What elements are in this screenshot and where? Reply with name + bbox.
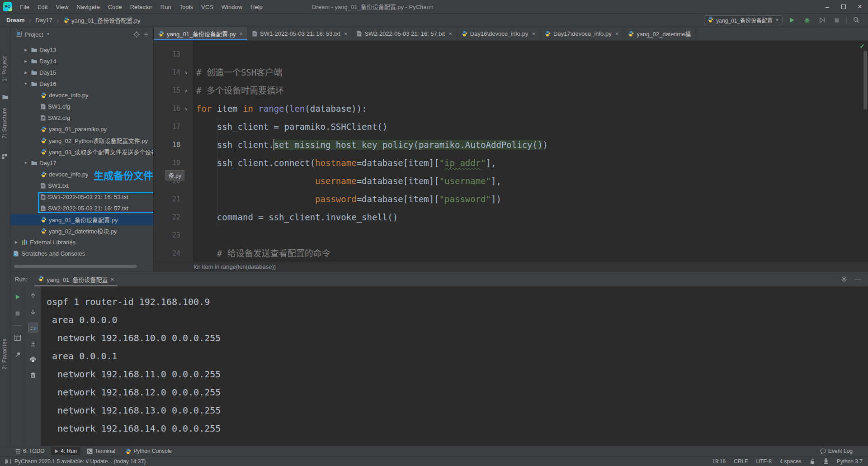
locate-file-button[interactable]	[133, 31, 140, 38]
search-everywhere-button[interactable]	[851, 15, 862, 25]
toolwindow-toggle-icon[interactable]	[5, 459, 11, 464]
tree-item[interactable]: yang_01_paramiko.py	[10, 124, 153, 135]
status-widget[interactable]: 4 spaces	[780, 458, 802, 465]
tree-item[interactable]: ▼Day16	[10, 78, 153, 90]
down-stacktrace-button[interactable]	[28, 307, 38, 317]
tree-item[interactable]: yang_03_读取多个配置文件发送多个设备.py	[10, 146, 153, 157]
maximize-button[interactable]	[835, 0, 852, 14]
stripe-structure-button[interactable]: 7: Structure	[1, 108, 8, 138]
settings-gear-button[interactable]	[841, 276, 847, 282]
menu-window[interactable]: Window	[217, 0, 246, 14]
tree-item[interactable]: SW2.cfg	[10, 112, 153, 124]
chevron-right-icon[interactable]: ▶	[23, 59, 29, 63]
close-button[interactable]: ×	[852, 0, 868, 14]
inspection-ok-icon[interactable]: ✓	[859, 43, 865, 50]
fold-marker-icon[interactable]: ∧	[180, 88, 192, 93]
run-tab[interactable]: yang_01_备份设备配置 ×	[33, 272, 118, 286]
tree-item[interactable]: SW2-2022-05-03 21: 16: 57.txt	[10, 203, 153, 214]
stripe-favorites-button[interactable]: 2: Favorites	[1, 338, 8, 370]
stop-button[interactable]	[831, 15, 842, 25]
menu-run[interactable]: Run	[156, 0, 175, 14]
close-tab-icon[interactable]: ×	[448, 30, 452, 37]
toolwindow-button-6-todo[interactable]: 6: TODO	[12, 447, 48, 455]
status-widget[interactable]: CRLF	[734, 458, 748, 465]
tree-item[interactable]: SW1.cfg	[10, 101, 153, 112]
minimize-button[interactable]: –	[819, 0, 835, 14]
tree-item[interactable]: SW1-2022-05-03 21: 16: 53.txt	[10, 191, 153, 203]
collapse-all-button[interactable]	[143, 32, 149, 38]
interpreter-widget[interactable]: Python 3.7	[837, 458, 863, 465]
stripe-project-button[interactable]: 1: Project	[1, 56, 8, 81]
editor-tab-4[interactable]: Day16\devoce_info.py×	[457, 27, 540, 40]
tree-item[interactable]: devoce_info.py生成备份文件	[10, 169, 153, 180]
editor-tab-2[interactable]: SW1-2022-05-03 21: 16: 53.txt×	[248, 27, 352, 40]
folder-icon	[31, 81, 37, 86]
restore-layout-button[interactable]	[13, 333, 23, 342]
fold-marker-icon[interactable]: ∨	[180, 70, 192, 75]
clear-all-button[interactable]	[28, 370, 38, 380]
fold-marker-icon[interactable]: ∨	[180, 106, 192, 111]
tree-item[interactable]: ▶Day15	[10, 67, 153, 78]
tree-item[interactable]: SW1.txt	[10, 180, 153, 191]
hide-panel-button[interactable]: —	[854, 276, 861, 282]
print-button[interactable]	[28, 354, 38, 364]
chevron-right-icon[interactable]: ▶	[13, 240, 19, 244]
menu-edit[interactable]: Edit	[33, 0, 52, 14]
breadcrumb-item[interactable]: yang_01_备份设备配置.py	[71, 16, 140, 24]
close-tab-icon[interactable]: ×	[615, 30, 619, 37]
run-configuration-select[interactable]: yang_01_备份设备配置 ▼	[704, 15, 783, 25]
debug-button[interactable]	[802, 15, 812, 25]
event-log-button[interactable]: Event Log	[816, 447, 856, 455]
run-button[interactable]	[787, 15, 797, 25]
scroll-to-end-button[interactable]	[28, 338, 38, 348]
up-stacktrace-button[interactable]	[28, 291, 38, 301]
menu-file[interactable]: File	[16, 0, 33, 14]
chevron-down-icon[interactable]: ▼	[23, 82, 29, 86]
stop-process-button[interactable]	[13, 309, 23, 319]
close-icon[interactable]: ×	[111, 276, 114, 282]
menu-vcs[interactable]: VCS	[197, 0, 217, 14]
breadcrumb-item[interactable]: Dream	[6, 17, 24, 24]
menu-tools[interactable]: Tools	[175, 0, 197, 14]
toolwindow-button-terminal[interactable]: Terminal	[83, 447, 119, 455]
close-tab-icon[interactable]: ×	[239, 30, 243, 37]
tree-item[interactable]: yang_01_备份设备配置.py	[10, 214, 153, 225]
menu-refactor[interactable]: Refactor	[126, 0, 156, 14]
status-message[interactable]: PyCharm 2020.1.5 available: // Update...…	[14, 458, 146, 465]
status-widget[interactable]: 18:16	[712, 458, 726, 465]
editor-tab-6[interactable]: yang_02_datetime模	[623, 27, 696, 40]
close-tab-icon[interactable]: ×	[344, 30, 348, 37]
line-number: 15∧	[154, 81, 192, 100]
tree-item[interactable]: Scratches and Consoles	[10, 248, 153, 259]
editor-tab-3[interactable]: SW2-2022-05-03 21: 16: 57.txt×	[352, 27, 457, 40]
tree-item[interactable]: yang_02_datetime模块.py	[10, 225, 153, 237]
tree-item[interactable]: ▶Day14	[10, 56, 153, 67]
coverage-button[interactable]	[816, 15, 827, 25]
highlighting-level-icon[interactable]	[823, 458, 829, 464]
pin-tab-button[interactable]	[13, 349, 23, 359]
status-widget[interactable]: UTF-8	[756, 458, 772, 465]
readonly-lock-icon[interactable]	[810, 458, 815, 464]
toolwindow-button-python-console[interactable]: Python Console	[122, 447, 175, 455]
breadcrumb-item[interactable]: Day17	[35, 17, 52, 24]
tree-item[interactable]: devoce_info.py	[10, 90, 153, 101]
menu-help[interactable]: Help	[246, 0, 267, 14]
toolwindow-button-4-run[interactable]: 4: Run	[51, 447, 80, 455]
close-tab-icon[interactable]: ×	[532, 30, 535, 37]
editor-scrollbar[interactable]	[863, 51, 867, 109]
chevron-right-icon[interactable]: ▶	[23, 48, 29, 52]
menu-code[interactable]: Code	[104, 0, 126, 14]
tree-item[interactable]: yang_02_Python读取设备配置文件.py	[10, 135, 153, 146]
menu-view[interactable]: View	[52, 0, 72, 14]
editor-tab-1[interactable]: yang_01_备份设备配置.py×	[154, 27, 248, 40]
code-editor[interactable]: # 创造一个SSH客户端# 多个设备时需要循环for item in range…	[193, 41, 868, 262]
editor-tab-5[interactable]: Day17\devoce_info.py×	[540, 27, 623, 40]
soft-wrap-button[interactable]	[28, 323, 38, 333]
menu-navigate[interactable]: Navigate	[72, 0, 104, 14]
chevron-down-icon[interactable]: ▼	[23, 161, 29, 165]
horizontal-scrollbar[interactable]	[14, 265, 137, 268]
tree-item[interactable]: ▶Day13	[10, 44, 153, 56]
rerun-button[interactable]	[13, 292, 23, 302]
chevron-right-icon[interactable]: ▶	[23, 71, 29, 75]
tree-item[interactable]: ▶External Libraries	[10, 237, 153, 248]
